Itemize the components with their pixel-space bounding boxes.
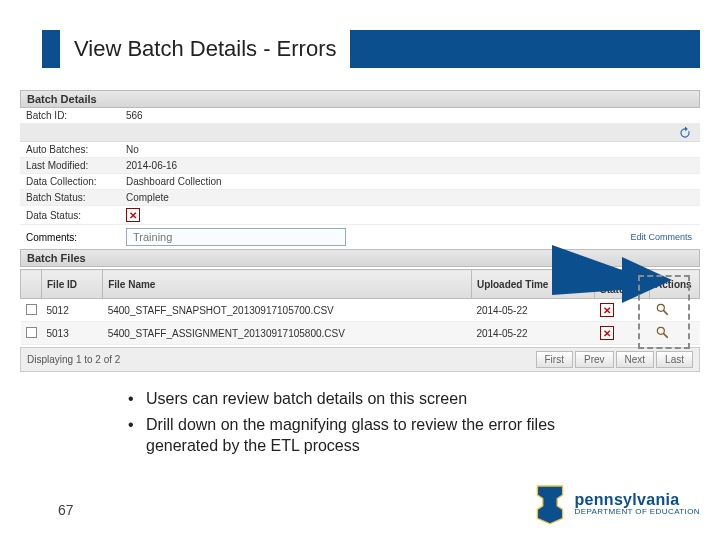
batch-details-screenshot: Batch Details Batch ID: 566 Auto Batches… [20,90,700,360]
auto-batches-label: Auto Batches: [26,144,116,155]
last-modified-label: Last Modified: [26,160,116,171]
file-name-cell: 5400_STAFF_ASSIGNMENT_20130917105800.CSV [103,322,472,345]
comments-label: Comments: [26,232,116,243]
data-status-label: Data Status: [26,210,116,221]
batch-files-heading: Batch Files [20,249,700,267]
batch-status-value: Complete [126,192,169,203]
row-checkbox[interactable] [26,327,37,338]
batch-status-label: Batch Status: [26,192,116,203]
batch-files-table: File ID File Name Uploaded Time Data Sta… [20,269,700,345]
comments-field[interactable]: Training [126,228,346,246]
batch-details-heading: Batch Details [20,90,700,108]
svg-line-1 [663,311,667,315]
col-actions: Actions [650,270,700,299]
bullet-list: Users can review batch details on this s… [128,388,630,461]
data-collection-label: Data Collection: [26,176,116,187]
col-file-name[interactable]: File Name [103,270,472,299]
refresh-icon[interactable] [678,126,692,144]
file-id-cell: 5013 [42,322,103,345]
slide-title: View Batch Details - Errors [60,30,350,68]
batch-id-label: Batch ID: [26,110,116,121]
logo-text-line2: DEPARTMENT OF EDUCATION [574,508,700,516]
last-modified-value: 2014-06-16 [126,160,177,171]
uploaded-time-cell: 2014-05-22 [471,322,594,345]
file-id-cell: 5012 [42,299,103,322]
magnifying-glass-icon[interactable] [655,302,669,318]
batch-id-value: 566 [126,110,143,121]
pa-doe-logo: pennsylvania DEPARTMENT OF EDUCATION [532,482,700,526]
table-row: 5012 5400_STAFF_SNAPSHOT_20130917105700.… [21,299,700,322]
bullet-item: Drill down on the magnifying glass to re… [128,414,630,457]
pager-first-button[interactable]: First [536,351,573,368]
bullet-item: Users can review batch details on this s… [128,388,630,410]
col-data-status[interactable]: Data Status [595,270,650,299]
error-status-icon: ✕ [600,303,614,317]
pager-prev-button[interactable]: Prev [575,351,614,368]
pager-next-button[interactable]: Next [616,351,655,368]
uploaded-time-cell: 2014-05-22 [471,299,594,322]
error-status-icon: ✕ [600,326,614,340]
pager: Displaying 1 to 2 of 2 First Prev Next L… [20,347,700,372]
pager-summary: Displaying 1 to 2 of 2 [27,354,120,365]
title-bar: View Batch Details - Errors [42,30,700,68]
error-status-icon: ✕ [126,208,140,222]
data-collection-value: Dashboard Collection [126,176,222,187]
col-file-id[interactable]: File ID [42,270,103,299]
svg-line-3 [663,334,667,338]
edit-comments-link[interactable]: Edit Comments [630,232,692,242]
auto-batches-value: No [126,144,139,155]
col-uploaded-time[interactable]: Uploaded Time [471,270,594,299]
logo-text-line1: pennsylvania [574,492,700,508]
file-name-cell: 5400_STAFF_SNAPSHOT_20130917105700.CSV [103,299,472,322]
row-checkbox[interactable] [26,304,37,315]
keystone-icon [532,482,568,526]
page-number: 67 [58,502,74,518]
magnifying-glass-icon[interactable] [655,325,669,341]
table-row: 5013 5400_STAFF_ASSIGNMENT_2013091710580… [21,322,700,345]
pager-last-button[interactable]: Last [656,351,693,368]
